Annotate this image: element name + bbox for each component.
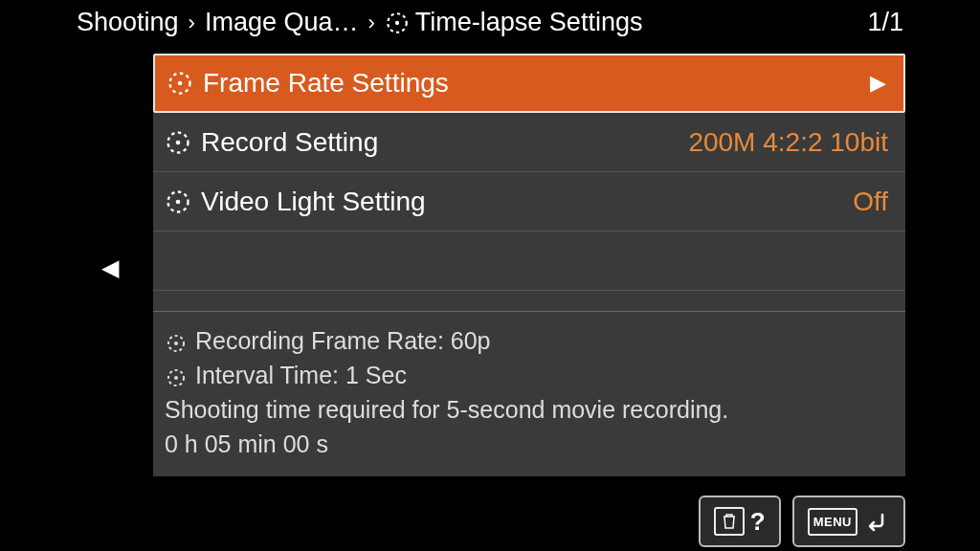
nav-left-icon[interactable]: ◀: [101, 254, 119, 281]
info-text: Recording Frame Rate: 60p: [195, 323, 490, 358]
menu-item-frame-rate-settings[interactable]: Frame Rate Settings ▶: [153, 54, 905, 113]
info-frame-rate: Recording Frame Rate: 60p: [165, 323, 888, 358]
menu-item-label: Record Setting: [201, 127, 688, 158]
menu-item-label: Video Light Setting: [201, 187, 853, 217]
svg-point-7: [176, 199, 181, 204]
breadcrumb: Shooting › Image Qua… › Time-lapse Setti…: [77, 0, 903, 47]
menu-back-button[interactable]: MENU: [792, 496, 905, 547]
trash-icon: [714, 507, 745, 536]
svg-point-5: [176, 140, 181, 144]
menu-item-value: 200M 4:2:2 10bit: [688, 127, 888, 158]
bottom-toolbar: ? MENU: [699, 496, 905, 547]
info-shooting-time-value: 0 h 05 min 00 s: [165, 427, 888, 461]
svg-point-11: [174, 376, 178, 380]
menu-item-video-light-setting[interactable]: Video Light Setting Off: [153, 172, 905, 231]
menu-item-record-setting[interactable]: Record Setting 200M 4:2:2 10bit: [153, 113, 905, 172]
svg-point-3: [178, 81, 183, 86]
timelapse-icon: [167, 70, 193, 97]
menu-item-value: Off: [853, 187, 888, 217]
breadcrumb-level3: Time-lapse Settings: [415, 8, 643, 37]
svg-point-1: [395, 20, 399, 24]
menu-label: MENU: [808, 508, 858, 536]
divider: [153, 291, 905, 312]
chevron-right-icon: ›: [365, 11, 379, 35]
page-indicator: 1/1: [867, 8, 903, 37]
svg-point-9: [174, 342, 178, 345]
return-icon: [863, 508, 890, 535]
info-shooting-time-label: Shooting time required for 5-second movi…: [165, 392, 888, 427]
breadcrumb-level1[interactable]: Shooting: [77, 8, 179, 37]
help-label: ?: [750, 507, 766, 537]
chevron-right-icon: ›: [185, 11, 199, 35]
help-button[interactable]: ?: [699, 496, 781, 547]
blank-menu-row: [153, 231, 905, 291]
menu-list: Frame Rate Settings ▶ Record Setting 200…: [153, 54, 905, 476]
timelapse-icon: [385, 11, 410, 35]
timelapse-icon: [165, 188, 191, 215]
menu-item-label: Frame Rate Settings: [203, 68, 870, 99]
info-interval-time: Interval Time: 1 Sec: [165, 358, 888, 392]
timelapse-icon: [165, 129, 191, 156]
timelapse-icon: [165, 329, 188, 352]
timelapse-icon: [165, 364, 188, 386]
chevron-right-icon: ▶: [870, 71, 886, 96]
info-text: Interval Time: 1 Sec: [195, 358, 407, 392]
breadcrumb-level2[interactable]: Image Qua…: [205, 8, 359, 37]
info-panel: Recording Frame Rate: 60p Interval Time:…: [153, 312, 905, 476]
